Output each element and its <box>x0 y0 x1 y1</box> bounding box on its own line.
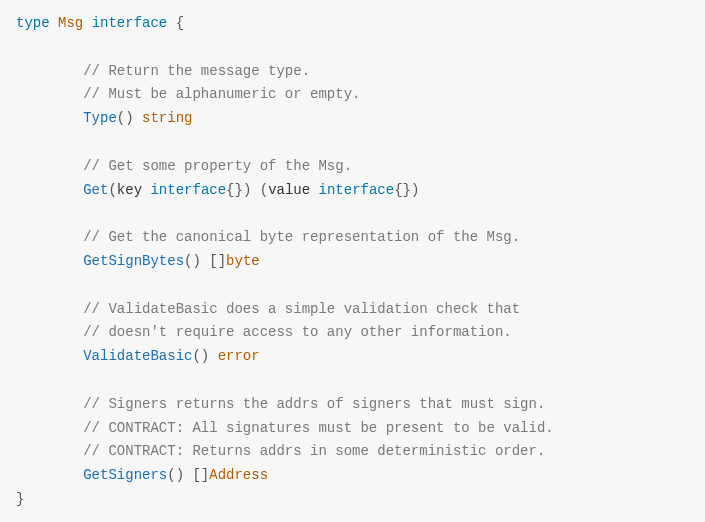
param-value: value <box>268 182 310 198</box>
keyword-interface: interface <box>150 182 226 198</box>
method-getsigners: GetSigners <box>83 467 167 483</box>
type-name-msg: Msg <box>58 15 83 31</box>
return-address: Address <box>209 467 268 483</box>
brackets: [] <box>192 467 209 483</box>
return-byte: byte <box>226 253 260 269</box>
method-get: Get <box>83 182 108 198</box>
comment-line: // Get some property of the Msg. <box>83 158 352 174</box>
parens: () <box>167 467 184 483</box>
comment-line: // doesn't require access to any other i… <box>83 324 511 340</box>
method-type: Type <box>83 110 117 126</box>
return-error: error <box>218 348 260 364</box>
param-key: key <box>117 182 142 198</box>
comment-line: // Must be alphanumeric or empty. <box>83 86 360 102</box>
brackets: [] <box>209 253 226 269</box>
return-string: string <box>142 110 192 126</box>
comment-line: // Signers returns the addrs of signers … <box>83 396 545 412</box>
comment-line: // Return the message type. <box>83 63 310 79</box>
comment-line: // ValidateBasic does a simple validatio… <box>83 301 520 317</box>
braces-empty: {}) <box>226 182 251 198</box>
keyword-interface: interface <box>319 182 395 198</box>
method-validatebasic: ValidateBasic <box>83 348 192 364</box>
braces-empty: {}) <box>394 182 419 198</box>
brace-close: } <box>16 491 24 507</box>
method-getsignbytes: GetSignBytes <box>83 253 184 269</box>
comment-line: // CONTRACT: All signatures must be pres… <box>83 420 553 436</box>
paren-open: ( <box>108 182 116 198</box>
comment-line: // Get the canonical byte representation… <box>83 229 520 245</box>
parens: () <box>192 348 209 364</box>
keyword-type: type <box>16 15 50 31</box>
parens: () <box>184 253 201 269</box>
keyword-interface: interface <box>92 15 168 31</box>
parens: () <box>117 110 134 126</box>
code-block: type Msg interface { // Return the messa… <box>0 0 705 522</box>
paren-open: ( <box>260 182 268 198</box>
comment-line: // CONTRACT: Returns addrs in some deter… <box>83 443 545 459</box>
brace-open: { <box>176 15 184 31</box>
